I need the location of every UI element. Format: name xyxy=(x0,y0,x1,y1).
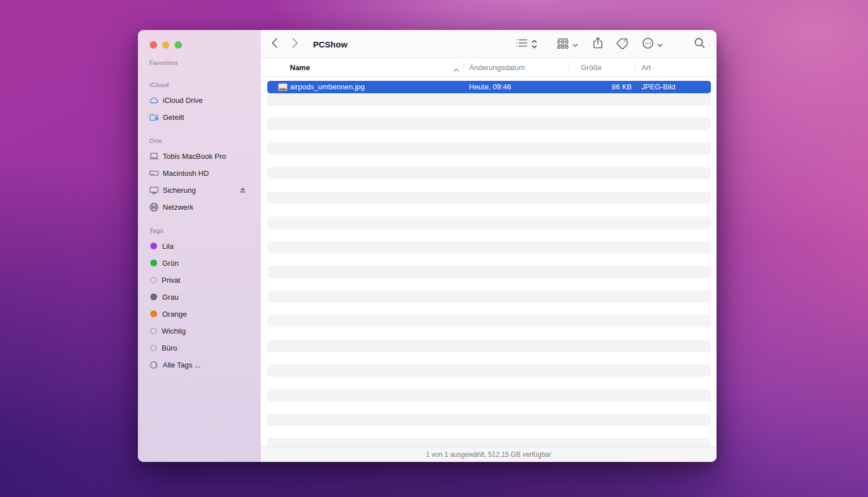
empty-row xyxy=(267,204,711,217)
empty-row xyxy=(267,364,711,377)
tag-button[interactable] xyxy=(617,37,628,51)
empty-row xyxy=(267,118,711,130)
laptop-icon xyxy=(149,152,159,161)
empty-row xyxy=(267,414,711,426)
column-header-name[interactable]: Name xyxy=(290,58,310,77)
column-header-kind[interactable]: Art xyxy=(641,58,651,77)
tag-dot-icon xyxy=(150,277,157,283)
sidebar-section-header: Favoriten xyxy=(138,59,261,70)
empty-row xyxy=(267,241,711,253)
sidebar-section: iCloudiCloud DriveGeteilt xyxy=(138,81,261,126)
empty-row xyxy=(267,217,711,229)
empty-row xyxy=(267,179,711,192)
empty-row xyxy=(267,130,711,142)
sidebar-section-header: iCloud xyxy=(138,81,261,92)
tag-dot-icon xyxy=(150,345,157,351)
sidebar-item-lila[interactable]: Lila xyxy=(138,237,261,254)
empty-row xyxy=(267,352,711,365)
column-header-modified[interactable]: Änderungsdatum xyxy=(469,58,525,77)
chevron-right-icon xyxy=(292,37,299,51)
file-modified-date: Heute, 09:46 xyxy=(469,81,511,93)
empty-row xyxy=(267,340,711,352)
sidebar-item-geteilt[interactable]: Geteilt xyxy=(138,109,261,126)
sidebar-section: OrteTobis MacBook ProMacintosh HDSicheru… xyxy=(138,137,261,215)
file-row[interactable]: airpods_umbennen.jpgHeute, 09:4686 KBJPE… xyxy=(267,81,711,93)
list-column-header: NameÄnderungsdatumGrößeArt xyxy=(261,58,717,77)
minimize-button[interactable] xyxy=(162,41,170,49)
empty-row xyxy=(267,93,711,106)
group-by-button[interactable] xyxy=(557,38,569,51)
tag-icon xyxy=(617,37,628,51)
empty-row xyxy=(267,401,711,414)
sidebar-item-netzwerk[interactable]: Netzwerk xyxy=(138,198,261,215)
empty-row xyxy=(267,106,711,118)
sidebar-item-label: Orange xyxy=(162,310,186,318)
file-list: airpods_umbennen.jpgHeute, 09:4686 KBJPE… xyxy=(261,77,717,447)
search-icon xyxy=(694,37,705,51)
tag-dot-icon xyxy=(150,260,157,266)
finder-window: FavoriteniCloudiCloud DriveGeteiltOrteTo… xyxy=(138,30,717,462)
cloud-icon xyxy=(149,96,159,105)
sidebar-item-privat[interactable]: Privat xyxy=(138,271,261,288)
jpeg-thumbnail-icon xyxy=(278,81,288,93)
sidebar-item-grau[interactable]: Grau xyxy=(138,288,261,305)
sidebar-item-orange[interactable]: Orange xyxy=(138,305,261,322)
eject-icon[interactable] xyxy=(239,187,246,193)
empty-row xyxy=(267,302,711,315)
search-button[interactable] xyxy=(694,37,705,51)
sidebar-section: TagsLilaGrünPrivatGrauOrangeWichtigBüroA… xyxy=(138,227,261,373)
view-options-button[interactable] xyxy=(516,38,528,50)
empty-row xyxy=(267,291,711,303)
sidebar-sections: FavoriteniCloudiCloud DriveGeteiltOrteTo… xyxy=(138,59,261,373)
sidebar-item-label: Sicherung xyxy=(163,186,196,195)
sidebar-item-wichtig[interactable]: Wichtig xyxy=(138,322,261,339)
finder-toolbar: PCShow xyxy=(261,30,717,58)
empty-row xyxy=(267,266,711,278)
group-by-chevron-icon[interactable] xyxy=(572,44,578,47)
empty-row xyxy=(267,229,711,241)
empty-row xyxy=(267,167,711,180)
column-divider xyxy=(635,62,636,73)
share-button[interactable] xyxy=(593,37,603,51)
file-kind: JPEG-Bild xyxy=(641,81,675,93)
window-controls xyxy=(150,41,182,49)
sidebar-item-label: Lila xyxy=(162,242,173,250)
empty-row xyxy=(267,142,711,155)
back-button[interactable] xyxy=(271,37,278,51)
sidebar-item-label: Privat xyxy=(162,276,180,284)
status-text: 1 von 1 ausgewählt, 512,15 GB verfügbar xyxy=(426,451,551,459)
sidebar-item-büro[interactable]: Büro xyxy=(138,339,261,356)
sort-ascending-icon xyxy=(453,64,459,75)
sidebar-item-alle-tags-[interactable]: Alle Tags ... xyxy=(138,356,261,373)
file-name: airpods_umbennen.jpg xyxy=(290,81,364,93)
display-icon xyxy=(149,185,159,195)
sidebar-item-label: Wichtig xyxy=(162,327,186,335)
forward-button[interactable] xyxy=(292,37,299,51)
empty-row xyxy=(267,438,711,447)
sidebar-item-label: Grau xyxy=(162,293,179,301)
empty-row xyxy=(267,327,711,340)
tag-dot-icon xyxy=(150,293,157,300)
sidebar-item-label: Macintosh HD xyxy=(163,169,209,178)
empty-row xyxy=(267,155,711,167)
window-title: PCShow xyxy=(313,30,348,58)
file-size: 86 KB xyxy=(550,81,632,93)
sidebar-item-label: Tobis MacBook Pro xyxy=(163,152,226,161)
more-actions-chevron-icon[interactable] xyxy=(657,44,663,47)
tag-dot-icon xyxy=(150,243,157,249)
sidebar-item-sicherung[interactable]: Sicherung xyxy=(138,181,261,198)
more-actions-button[interactable] xyxy=(642,37,654,51)
zoom-button[interactable] xyxy=(175,41,182,49)
sidebar-item-tobis-macbook-pro[interactable]: Tobis MacBook Pro xyxy=(138,148,261,165)
close-button[interactable] xyxy=(150,41,157,49)
column-header-size[interactable]: Größe xyxy=(581,58,602,77)
sort-direction-icon[interactable] xyxy=(531,39,537,49)
sidebar-item-icloud-drive[interactable]: iCloud Drive xyxy=(138,92,261,109)
sidebar-item-macintosh-hd[interactable]: Macintosh HD xyxy=(138,165,261,181)
shared-folder-icon xyxy=(149,113,159,122)
sidebar-item-label: Geteilt xyxy=(163,113,184,122)
sidebar-item-label: Büro xyxy=(162,344,177,352)
column-divider xyxy=(463,62,464,73)
sidebar-item-label: Grün xyxy=(162,259,179,267)
sidebar-item-grün[interactable]: Grün xyxy=(138,254,261,271)
